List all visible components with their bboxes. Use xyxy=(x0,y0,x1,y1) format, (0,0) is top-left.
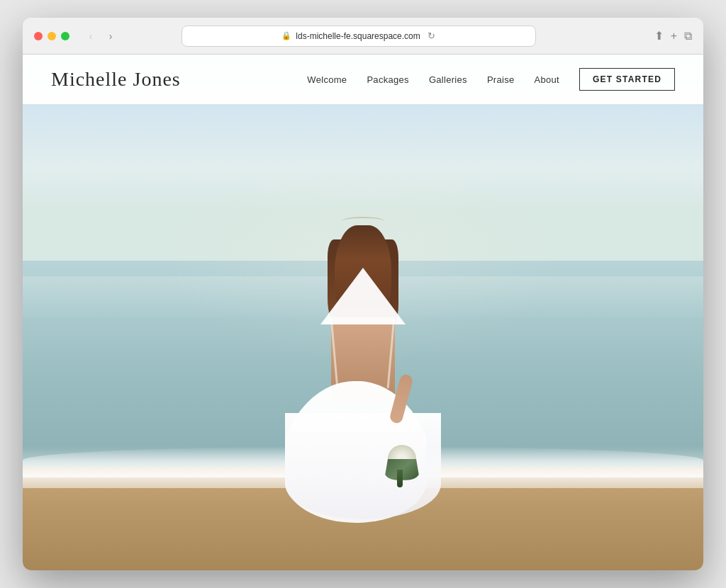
browser-navigation: ‹ › xyxy=(84,29,118,43)
nav-link-packages[interactable]: Packages xyxy=(367,74,409,85)
maximize-button[interactable] xyxy=(61,32,69,40)
bouquet-stem xyxy=(397,470,403,487)
lock-icon: 🔒 xyxy=(281,31,291,40)
nav-link-praise[interactable]: Praise xyxy=(487,74,515,85)
nav-link-about[interactable]: About xyxy=(535,74,559,85)
bouquet xyxy=(384,445,420,487)
get-started-button[interactable]: GET STARTED xyxy=(579,68,675,91)
nav-link-welcome[interactable]: Welcome xyxy=(307,74,347,85)
close-button[interactable] xyxy=(34,32,43,40)
tiara xyxy=(342,217,384,225)
browser-chrome: ‹ › 🔒 lds-michelle-fe.squarespace.com ↻ … xyxy=(23,18,703,55)
forward-arrow[interactable]: › xyxy=(104,29,118,43)
site-logo[interactable]: Michelle Jones xyxy=(51,68,181,91)
address-bar[interactable]: 🔒 lds-michelle-fe.squarespace.com ↻ xyxy=(182,26,536,47)
tab-overview-button[interactable]: ⧉ xyxy=(684,29,692,43)
browser-actions: ⬆ + ⧉ xyxy=(654,29,692,43)
nav-link-galleries[interactable]: Galleries xyxy=(429,74,467,85)
reload-icon[interactable]: ↻ xyxy=(428,30,435,41)
new-tab-button[interactable]: + xyxy=(671,29,677,43)
website-content: Michelle Jones Welcome Packages Gallerie… xyxy=(23,55,703,570)
hero-image: Michelle Jones Welcome Packages Gallerie… xyxy=(23,55,703,570)
traffic-lights xyxy=(34,32,69,40)
browser-window: ‹ › 🔒 lds-michelle-fe.squarespace.com ↻ … xyxy=(23,18,703,570)
nav-links: Welcome Packages Galleries Praise About … xyxy=(307,68,675,91)
url-text: lds-michelle-fe.squarespace.com xyxy=(296,31,420,41)
site-navigation: Michelle Jones Welcome Packages Gallerie… xyxy=(23,55,703,104)
share-button[interactable]: ⬆ xyxy=(654,29,664,43)
dress-top xyxy=(320,268,406,324)
back-arrow[interactable]: ‹ xyxy=(84,29,98,43)
minimize-button[interactable] xyxy=(48,32,56,40)
bride-figure xyxy=(285,211,441,509)
